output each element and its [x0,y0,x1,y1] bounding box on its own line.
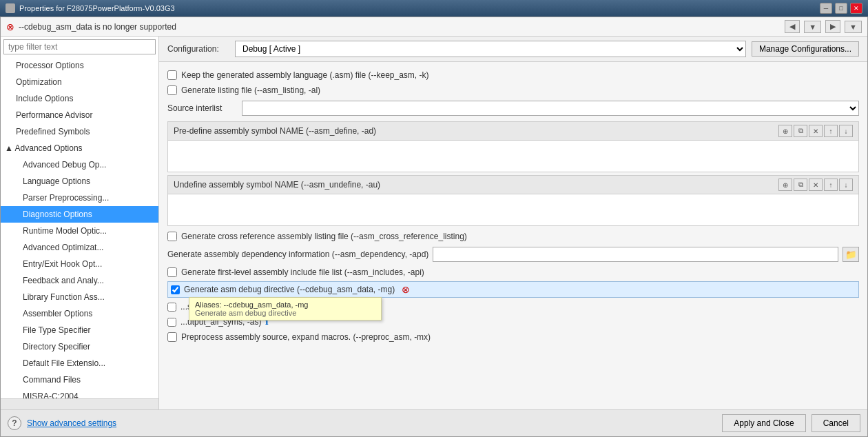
generate-listing-checkbox[interactable] [167,85,177,95]
asm-dependency-row: Generate assembly dependency information… [167,244,859,265]
maximize-button[interactable]: □ [835,3,847,14]
preprocess-asm-checkbox[interactable] [167,332,177,342]
filter-input[interactable] [3,39,156,54]
asm-includes-checkbox[interactable] [167,267,177,277]
preprocess-asm-label: Preprocess assembly source, expand macro… [181,332,431,342]
window-title: Properties for F28075PowerPlatform-V0.03… [19,4,175,12]
show-advanced-link[interactable]: Show advanced settings [27,418,116,428]
cancel-button[interactable]: Cancel [812,414,860,432]
title-bar: Properties for F28075PowerPlatform-V0.03… [0,0,868,17]
sidebar: Processor OptionsOptimizationInclude Opt… [1,37,159,409]
asm-dependency-browse-btn[interactable]: 📁 [843,247,859,262]
undefine-content [168,194,858,225]
sidebar-item[interactable]: Processor Options [1,57,158,74]
source-interlist-row: Source interlist [167,98,859,119]
sidebar-item[interactable]: Default File Extensio... [1,355,158,372]
generate-listing-label: Generate listing file (--asm_listing, -a… [181,85,320,95]
apply-and-close-button[interactable]: Apply and Close [722,414,805,432]
asm-dependency-input[interactable] [433,247,838,262]
app-icon [6,3,15,13]
predefine-content [168,141,858,172]
source-interlist-select[interactable] [242,101,859,116]
predefine-copy-btn[interactable]: ⧉ [794,125,807,137]
minimize-button[interactable]: ─ [820,3,832,14]
flash-prefetch-checkbox[interactable] [167,303,176,312]
preprocess-asm-row: Preprocess assembly source, expand macro… [167,329,859,345]
sidebar-item[interactable]: Runtime Model Optic... [1,223,158,239]
top-bar: ⊗ --cdebug_asm_data is no longer support… [1,17,867,37]
sidebar-scrollbar-x[interactable] [1,398,158,409]
sidebar-item[interactable]: File Type Specifier [1,322,158,338]
config-select[interactable]: Debug [ Active ] [235,41,746,57]
main-content: Processor OptionsOptimizationInclude Opt… [1,37,867,409]
window-controls: ─ □ ✕ [820,3,862,14]
config-label: Configuration: [167,44,229,54]
predefine-del-btn[interactable]: ✕ [809,125,823,137]
cross-ref-label: Generate cross reference assembly listin… [181,232,467,241]
sidebar-item[interactable]: Entry/Exit Hook Opt... [1,256,158,272]
output-all-syms-checkbox[interactable] [167,318,176,327]
keep-asm-checkbox[interactable] [167,70,177,80]
asm-debug-error-icon: ⊗ [402,284,410,295]
nav-forward-button[interactable]: ▶ [825,20,840,33]
asm-debug-tooltip: Aliases: --cdebug_asm_data, -mg Generate… [189,297,382,321]
sidebar-item[interactable]: Advanced Optimizat... [1,239,158,256]
asm-debug-label: Generate asm debug directive (--cdebug_a… [184,285,395,294]
predefine-group: Pre-define assembly symbol NAME (--asm_d… [167,121,859,172]
tooltip-alias: Aliases: --cdebug_asm_data, -mg [195,301,375,309]
cross-ref-row: Generate cross reference assembly listin… [167,229,859,244]
asm-dependency-label: Generate assembly dependency information… [167,250,428,259]
options-panel: Keep the generated assembly language (.a… [159,62,867,409]
sidebar-item[interactable]: MISRA-C:2004 [1,388,158,398]
undefine-label: Undefine assembly symbol NAME (--asm_und… [174,180,773,190]
sidebar-item[interactable]: Command Files [1,372,158,388]
predefine-up-btn[interactable]: ↑ [824,125,838,137]
undefine-group: Undefine assembly symbol NAME (--asm_und… [167,175,859,226]
undefine-header: Undefine assembly symbol NAME (--asm_und… [168,176,858,194]
sidebar-item[interactable]: Language Options [1,173,158,190]
error-message: --cdebug_asm_data is no longer supported [19,22,176,32]
undefine-down-btn[interactable]: ↓ [839,179,853,191]
config-bar: Configuration: Debug [ Active ] Manage C… [159,37,867,62]
tree-container: Processor OptionsOptimizationInclude Opt… [1,57,158,398]
sidebar-item[interactable]: ▲ Advanced Options [1,140,158,156]
undefine-up-btn[interactable]: ↑ [824,179,838,191]
sidebar-item[interactable]: Directory Specifier [1,338,158,355]
nav-back-dropdown[interactable]: ▼ [804,21,821,33]
asm-includes-label: Generate first-level assembly include fi… [181,267,424,277]
predefine-label: Pre-define assembly symbol NAME (--asm_d… [174,126,773,136]
bottom-bar: ? Show advanced settings Apply and Close… [1,409,867,436]
predefine-add-btn[interactable]: ⊕ [778,125,792,137]
source-interlist-label: Source interlist [167,103,236,113]
cross-ref-checkbox[interactable] [167,232,177,241]
predefine-actions: ⊕ ⧉ ✕ ↑ ↓ [778,125,853,137]
sidebar-item[interactable]: Parser Preprocessing... [1,190,158,206]
error-icon: ⊗ [6,21,14,32]
right-panel: Configuration: Debug [ Active ] Manage C… [159,37,867,409]
manage-configurations-button[interactable]: Manage Configurations... [752,41,859,57]
undefine-copy-btn[interactable]: ⧉ [794,179,807,191]
undefine-actions: ⊕ ⧉ ✕ ↑ ↓ [778,179,853,191]
sidebar-item[interactable]: Predefined Symbols [1,123,158,140]
keep-asm-label: Keep the generated assembly language (.a… [181,70,429,80]
nav-back-button[interactable]: ◀ [785,20,800,33]
sidebar-item[interactable]: Performance Advisor [1,107,158,123]
asm-debug-checkbox[interactable] [171,285,180,294]
predefine-header: Pre-define assembly symbol NAME (--asm_d… [168,122,858,141]
sidebar-item[interactable]: Include Options [1,90,158,107]
sidebar-item[interactable]: Assembler Options [1,305,158,322]
tooltip-desc: Generate asm debug directive [195,309,375,317]
nav-forward-dropdown[interactable]: ▼ [845,21,862,33]
keep-asm-row: Keep the generated assembly language (.a… [167,68,859,83]
asm-debug-row: Generate asm debug directive (--cdebug_a… [167,281,859,298]
undefine-add-btn[interactable]: ⊕ [778,179,792,191]
undefine-del-btn[interactable]: ✕ [809,179,823,191]
help-button[interactable]: ? [8,416,21,430]
predefine-down-btn[interactable]: ↓ [839,125,853,137]
sidebar-item[interactable]: Library Function Ass... [1,289,158,305]
sidebar-item[interactable]: Feedback and Analy... [1,272,158,289]
sidebar-item[interactable]: Diagnostic Options [1,206,158,223]
sidebar-item[interactable]: Advanced Debug Op... [1,156,158,173]
sidebar-item[interactable]: Optimization [1,74,158,90]
close-button[interactable]: ✕ [850,3,862,14]
